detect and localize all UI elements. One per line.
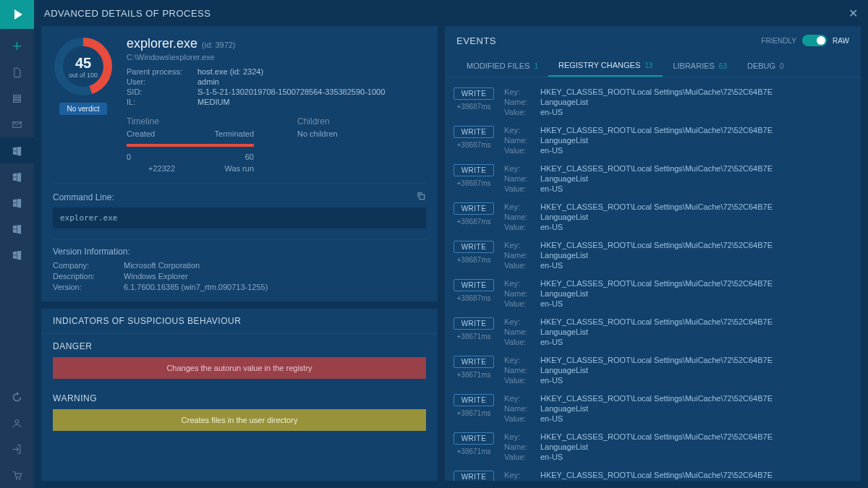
ver-label: Version:: [53, 283, 118, 291]
cmd-value: explorer.exe: [53, 207, 426, 228]
op-badge: WRITE: [454, 126, 495, 138]
event-time: +38671ms: [457, 371, 491, 379]
children-label: Children: [297, 116, 338, 127]
op-badge: WRITE: [454, 471, 495, 481]
score-sub: out of 100: [69, 72, 98, 79]
process-name: explorer.exe: [127, 36, 197, 51]
event-time: +38687ms: [457, 179, 491, 187]
company-value: Microsoft Corporation: [124, 261, 426, 270]
warning-item[interactable]: Creates files in the user directory: [53, 409, 426, 431]
timeline-label: Timeline: [127, 116, 254, 127]
nav-windows-4-icon[interactable]: [0, 215, 34, 241]
event-time: +38687ms: [457, 103, 491, 111]
parent-label: Parent process:: [127, 67, 192, 76]
warning-label: WARNING: [53, 393, 426, 403]
parent-value: host.exe (id: 2324): [197, 67, 426, 76]
toggle-friendly-label: FRIENDLY: [761, 37, 796, 45]
tab-modified-files[interactable]: MODIFIED FILES1: [456, 55, 548, 77]
event-row[interactable]: WRITE+38671msKey:HKEY_CLASSES_ROOT\Local…: [452, 466, 849, 481]
score-donut: 45out of 100: [53, 36, 114, 97]
events-list[interactable]: WRITE+38687msKey:HKEY_CLASSES_ROOT\Local…: [445, 77, 861, 481]
danger-label: DANGER: [53, 341, 426, 351]
event-row[interactable]: WRITE+38687msKey:HKEY_CLASSES_ROOT\Local…: [452, 121, 849, 160]
event-tabs: MODIFIED FILES1REGISTRY CHANGES13LIBRARI…: [445, 55, 861, 77]
sidebar: +: [0, 0, 34, 488]
indicators-panel: INDICATORS OF SUSPICIOUS BEHAVIOUR DANGE…: [41, 309, 438, 481]
danger-item[interactable]: Changes the autorun value in the registr…: [53, 357, 426, 379]
op-badge: WRITE: [454, 87, 495, 100]
sid-value: S-1-5-21-1302019708-1500728564-335382590…: [197, 87, 426, 96]
cmd-label: Command Line:: [53, 192, 114, 202]
op-badge: WRITE: [454, 432, 495, 445]
close-icon[interactable]: ✕: [848, 7, 859, 20]
company-label: Company:: [53, 261, 118, 270]
desc-value: Windows Explorer: [124, 272, 426, 281]
user-value: admin: [197, 77, 426, 86]
tab-libraries[interactable]: LIBRARIES63: [663, 55, 737, 77]
event-row[interactable]: WRITE+38687msKey:HKEY_CLASSES_ROOT\Local…: [452, 198, 849, 236]
toggle-raw-label: RAW: [833, 37, 849, 45]
nav-windows-active-icon[interactable]: [0, 137, 34, 163]
nav-file-icon[interactable]: [0, 59, 34, 85]
tab-debug[interactable]: DEBUG0: [737, 55, 794, 77]
tl-offset: +22322: [148, 164, 175, 173]
nav-user-icon[interactable]: [0, 410, 34, 436]
event-row[interactable]: WRITE+38687msKey:HKEY_CLASSES_ROOT\Local…: [452, 160, 849, 198]
add-button[interactable]: +: [0, 33, 34, 59]
desc-label: Description:: [53, 272, 118, 281]
page-title: ADVANCED DETAILS OF PROCESS: [44, 8, 210, 19]
op-badge: WRITE: [454, 317, 495, 330]
tl-created: Created: [127, 129, 155, 138]
svg-point-3: [19, 478, 20, 479]
event-row[interactable]: WRITE+38687msKey:HKEY_CLASSES_ROOT\Local…: [452, 275, 849, 313]
svg-point-1: [15, 419, 19, 423]
event-time: +38687ms: [457, 218, 491, 226]
event-row[interactable]: WRITE+38671msKey:HKEY_CLASSES_ROOT\Local…: [452, 351, 849, 390]
process-pid: (id: 3972): [202, 40, 235, 49]
user-label: User:: [127, 77, 192, 86]
timeline-bar: [127, 144, 254, 147]
event-row[interactable]: WRITE+38671msKey:HKEY_CLASSES_ROOT\Local…: [452, 428, 849, 466]
nav-windows-5-icon[interactable]: [0, 241, 34, 267]
svg-point-2: [16, 478, 17, 479]
tab-registry-changes[interactable]: REGISTRY CHANGES13: [548, 55, 663, 77]
process-panel: 45out of 100 No verdict explorer.exe(id:…: [41, 26, 438, 301]
il-value: MEDIUM: [197, 98, 426, 106]
tl-wasrun: Was run: [224, 164, 254, 173]
view-toggle[interactable]: [802, 35, 827, 46]
op-badge: WRITE: [454, 394, 495, 406]
ver-value: 6.1.7600.16385 (win7_rtm.090713-1255): [124, 283, 426, 291]
nav-logout-icon[interactable]: [0, 436, 34, 462]
verdict-badge: No verdict: [59, 103, 106, 115]
events-title: EVENTS: [456, 35, 496, 46]
op-badge: WRITE: [454, 356, 495, 368]
tl-sixty: 60: [245, 153, 254, 161]
copy-icon[interactable]: [416, 191, 426, 203]
events-panel: EVENTS FRIENDLY RAW MODIFIED FILES1REGIS…: [445, 26, 861, 481]
op-badge: WRITE: [454, 279, 495, 291]
op-badge: WRITE: [454, 241, 495, 253]
nav-report-icon[interactable]: [0, 85, 34, 111]
op-badge: WRITE: [454, 202, 495, 215]
version-title: Version Information:: [53, 247, 426, 257]
process-path: C:\Windows\explorer.exe: [127, 53, 426, 61]
main-panel: ADVANCED DETAILS OF PROCESS ✕ 45out of 1…: [34, 0, 868, 488]
tl-zero: 0: [127, 153, 131, 161]
svg-rect-6: [420, 194, 424, 199]
event-row[interactable]: WRITE+38687msKey:HKEY_CLASSES_ROOT\Local…: [452, 83, 849, 121]
event-time: +38687ms: [457, 294, 491, 302]
event-row[interactable]: WRITE+38671msKey:HKEY_CLASSES_ROOT\Local…: [452, 390, 849, 428]
nav-windows-3-icon[interactable]: [0, 189, 34, 215]
sid-label: SID:: [127, 87, 192, 96]
event-row[interactable]: WRITE+38671msKey:HKEY_CLASSES_ROOT\Local…: [452, 313, 849, 351]
nav-windows-2-icon[interactable]: [0, 163, 34, 189]
nav-mail-icon[interactable]: [0, 111, 34, 137]
il-label: IL:: [127, 98, 192, 106]
app-logo[interactable]: [0, 0, 34, 29]
nav-cart-icon[interactable]: [0, 462, 34, 488]
op-badge: WRITE: [454, 164, 495, 176]
nav-history-icon[interactable]: [0, 384, 34, 410]
tl-terminated: Terminated: [215, 129, 254, 138]
titlebar: ADVANCED DETAILS OF PROCESS ✕: [34, 0, 868, 26]
event-row[interactable]: WRITE+38687msKey:HKEY_CLASSES_ROOT\Local…: [452, 236, 849, 275]
